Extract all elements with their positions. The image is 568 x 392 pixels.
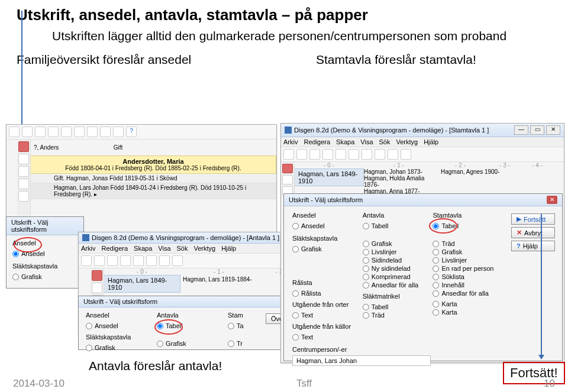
proband-highlight[interactable]: Andersdotter, Maria Född 1808-04-01 i Fr… bbox=[30, 155, 276, 174]
radio-sidindelad[interactable]: Sidindelad bbox=[363, 257, 433, 264]
radio-livslinjer[interactable]: Livslinjer bbox=[433, 257, 509, 264]
tool-icon[interactable] bbox=[282, 175, 293, 184]
toolbar-icon[interactable] bbox=[107, 255, 118, 266]
menu-sok[interactable]: Sök bbox=[177, 245, 188, 252]
toolbar-icon[interactable] bbox=[48, 127, 59, 137]
radio-karta[interactable]: Karta bbox=[433, 309, 509, 316]
menubar[interactable]: ArkivRedigeraSkapaVisaSökVerktygHjälp bbox=[281, 137, 564, 147]
toolbar-icon[interactable] bbox=[348, 149, 359, 160]
radio-grafisk[interactable]: Grafisk bbox=[12, 273, 78, 280]
radio-text[interactable]: Text bbox=[292, 333, 363, 341]
radio-grafisk[interactable]: Grafisk bbox=[86, 344, 157, 351]
toolbar-icon[interactable] bbox=[146, 255, 157, 266]
radio-ansedlar-alla[interactable]: Ansedlar för alla bbox=[433, 290, 509, 297]
toolbar-icon[interactable] bbox=[296, 149, 307, 160]
radio-tabell[interactable]: Tabell bbox=[363, 303, 433, 310]
radio-ta[interactable]: Ta bbox=[228, 322, 263, 329]
person-father[interactable]: ?, Anders bbox=[34, 144, 114, 151]
toolbar-icon[interactable] bbox=[100, 127, 111, 137]
close-icon[interactable] bbox=[18, 141, 29, 152]
radio-grafisk[interactable]: Grafisk bbox=[157, 340, 228, 347]
stamtavla-person[interactable]: Hagman, Johan 1873- bbox=[364, 169, 441, 175]
antavla-person[interactable]: Hagman, Lars 1849-1910 bbox=[104, 275, 180, 293]
hjalp-button[interactable]: ?Hjälp bbox=[511, 241, 555, 251]
menu-redigera[interactable]: Redigera bbox=[101, 245, 128, 252]
toolbar-icon[interactable] bbox=[309, 149, 320, 160]
close-button[interactable]: ✕ bbox=[546, 125, 560, 135]
menu-hjalp[interactable]: Hjälp bbox=[221, 245, 236, 252]
toolbar-icon[interactable] bbox=[94, 255, 105, 266]
toolbar-icon[interactable] bbox=[375, 149, 385, 160]
radio-trad[interactable]: Träd bbox=[433, 240, 509, 247]
stamtavla-person[interactable]: Hagman, Hulda Amalia 1876- bbox=[364, 175, 441, 188]
toolbar-icon[interactable] bbox=[335, 149, 346, 160]
radio-trad[interactable]: Träd bbox=[363, 312, 433, 319]
menu-visa[interactable]: Visa bbox=[360, 138, 373, 145]
toolbar-icon[interactable] bbox=[113, 127, 124, 137]
toolbar-icon[interactable] bbox=[388, 149, 398, 160]
radio-ansedel[interactable]: Ansedel bbox=[86, 322, 157, 329]
tool-icon[interactable] bbox=[92, 283, 102, 293]
toolbar-icon[interactable] bbox=[322, 149, 333, 160]
radio-tabell[interactable]: Tabell bbox=[433, 222, 509, 229]
menu-arkiv[interactable]: Arkiv bbox=[283, 138, 298, 145]
tool-icon[interactable] bbox=[18, 191, 29, 202]
toolbar-icon[interactable] bbox=[283, 149, 294, 160]
radio-livslinjer[interactable]: Livslinjer bbox=[363, 248, 433, 255]
menu-hjalp[interactable]: Hjälp bbox=[424, 138, 438, 145]
tool-icon[interactable] bbox=[18, 166, 29, 177]
tool-icon[interactable] bbox=[18, 154, 29, 164]
dialog-close-button[interactable]: ✕ bbox=[547, 196, 557, 204]
radio-tabell[interactable]: Tabell bbox=[363, 222, 433, 229]
toolbar-icon[interactable] bbox=[81, 255, 92, 266]
toolbar-icon[interactable] bbox=[172, 255, 183, 266]
radio-innehall[interactable]: Innehåll bbox=[433, 281, 509, 289]
toolbar-icon[interactable] bbox=[159, 255, 170, 266]
menu-sok[interactable]: Sök bbox=[379, 138, 390, 145]
stamtavla-person[interactable]: Hagman, Agnes 1900- bbox=[441, 169, 506, 175]
radio-ny-sidindelad[interactable]: Ny sidindelad bbox=[363, 265, 433, 272]
menu-verktyg[interactable]: Verktyg bbox=[396, 138, 418, 145]
radio-ansedel[interactable]: Ansedel bbox=[292, 222, 363, 229]
menu-visa[interactable]: Visa bbox=[158, 245, 170, 252]
radio-en-rad[interactable]: En rad per person bbox=[433, 265, 509, 272]
radio-ansedel[interactable]: Ansedel bbox=[12, 250, 78, 257]
radio-komprimerad[interactable]: Komprimerad bbox=[363, 273, 433, 280]
menu-arkiv[interactable]: Arkiv bbox=[81, 245, 95, 252]
close-icon[interactable] bbox=[282, 164, 293, 173]
toolbar-icon[interactable] bbox=[35, 127, 46, 137]
radio-ralista[interactable]: Rålista bbox=[292, 290, 363, 297]
toolbar-icon[interactable] bbox=[401, 149, 411, 160]
radio-tr[interactable]: Tr bbox=[228, 340, 263, 347]
radio-grafisk[interactable]: Grafisk bbox=[292, 245, 363, 252]
family-row[interactable]: Gift. Hagman, Jonas Född 1819-05-31 i Sk… bbox=[30, 174, 276, 183]
radio-tabell[interactable]: Tabell bbox=[157, 322, 228, 329]
radio-grafisk[interactable]: Grafisk bbox=[363, 240, 433, 247]
menu-redigera[interactable]: Redigera bbox=[304, 138, 330, 145]
radio-soklista[interactable]: Söklista bbox=[433, 273, 509, 280]
toolbar-icon[interactable] bbox=[133, 255, 144, 266]
family-row[interactable]: Hagman, Lars Johan Född 1849-01-24 i Fre… bbox=[30, 183, 276, 199]
toolbar-icon[interactable] bbox=[120, 255, 131, 266]
toolbar-icon[interactable] bbox=[362, 149, 372, 160]
stamtavla-person[interactable]: Hagman, Lars 1849-1910 bbox=[294, 169, 364, 186]
toolbar-icon[interactable] bbox=[9, 127, 20, 137]
antavla-person[interactable]: Hagman, Lars 1819-1884- bbox=[180, 275, 257, 284]
toolbar-icon[interactable] bbox=[74, 127, 85, 137]
fortsatt-button[interactable]: ▶Fortsätt bbox=[511, 213, 555, 225]
radio-text[interactable]: Text bbox=[292, 312, 363, 319]
avbryt-button[interactable]: ✕Avbryt bbox=[511, 227, 555, 238]
menu-skapa[interactable]: Skapa bbox=[336, 138, 354, 145]
tool-icon[interactable] bbox=[18, 179, 29, 189]
minimize-button[interactable]: — bbox=[514, 125, 528, 135]
toolbar-icon[interactable] bbox=[87, 127, 98, 137]
radio-karta[interactable]: Karta bbox=[433, 300, 509, 307]
help-icon[interactable]: ? bbox=[126, 127, 137, 137]
toolbar-icon[interactable] bbox=[61, 127, 72, 137]
menu-skapa[interactable]: Skapa bbox=[134, 245, 152, 252]
menu-verktyg[interactable]: Verktyg bbox=[193, 245, 215, 252]
toolbar-icon[interactable] bbox=[22, 127, 33, 137]
maximize-button[interactable]: ▭ bbox=[530, 125, 544, 135]
close-icon[interactable] bbox=[92, 270, 102, 281]
radio-ansedlar-alla[interactable]: Ansedlar för alla bbox=[363, 281, 433, 289]
